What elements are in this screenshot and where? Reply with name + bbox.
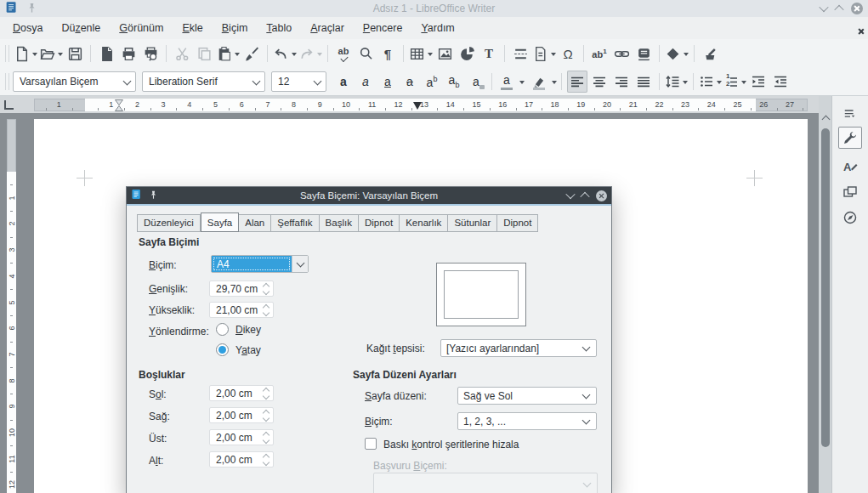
- increase-indent-button[interactable]: [748, 71, 769, 93]
- tab-dipnot-2[interactable]: Dipnot: [497, 214, 538, 232]
- spin-down-icon[interactable]: [263, 287, 269, 294]
- open-dropdown-icon[interactable]: [58, 53, 63, 59]
- insert-footnote-button[interactable]: ab1: [589, 42, 610, 65]
- spinner-arrows[interactable]: [259, 455, 273, 465]
- height-spinner[interactable]: 21,00 cm: [209, 302, 274, 318]
- margin-left-spinner[interactable]: 2,00 cm: [209, 385, 274, 401]
- clone-formatting-button[interactable]: [241, 42, 262, 65]
- formatting-marks-button[interactable]: ¶: [377, 42, 398, 65]
- reference-style-select[interactable]: [373, 473, 598, 493]
- font-color-dropdown-icon[interactable]: [519, 81, 525, 87]
- shapes-dropdown-icon[interactable]: [684, 53, 689, 59]
- menu-yardim[interactable]: Yardım: [411, 19, 463, 37]
- tab-seffaflik[interactable]: Şeffaflık: [271, 214, 319, 232]
- special-character-button[interactable]: Ω: [558, 42, 578, 65]
- scrollbar-thumb[interactable]: [821, 128, 830, 447]
- margin-right-spinner[interactable]: 2,00 cm: [209, 407, 274, 423]
- landscape-radio[interactable]: [216, 343, 229, 356]
- spin-down-icon[interactable]: [263, 414, 269, 421]
- basic-shapes-button[interactable]: [665, 42, 689, 65]
- margin-top-spinner[interactable]: 2,00 cm: [209, 429, 274, 445]
- minimize-icon[interactable]: [819, 3, 828, 12]
- table-dropdown-icon[interactable]: [428, 53, 433, 59]
- menu-tablo[interactable]: Tablo: [257, 19, 301, 37]
- highlight-color-button[interactable]: [530, 71, 548, 93]
- insert-table-button[interactable]: [409, 42, 433, 65]
- insert-page-break-button[interactable]: [510, 42, 530, 65]
- clear-formatting-button[interactable]: a: [466, 71, 486, 93]
- dialog-maximize-icon[interactable]: [580, 192, 589, 201]
- line-spacing-button[interactable]: [665, 71, 688, 93]
- show-draw-functions-button[interactable]: [700, 42, 720, 65]
- sidebar-navigator-button[interactable]: [838, 207, 862, 229]
- underline-button[interactable]: a: [377, 71, 398, 93]
- justify-button[interactable]: [633, 71, 654, 93]
- save-button[interactable]: [65, 42, 85, 65]
- sidebar-settings-button[interactable]: [838, 103, 862, 125]
- spelling-button[interactable]: ab: [333, 42, 354, 65]
- spinner-arrows[interactable]: [259, 433, 273, 443]
- menu-bicim[interactable]: Biçim: [213, 19, 258, 37]
- superscript-button[interactable]: ab: [422, 71, 442, 93]
- numbered-dropdown-icon[interactable]: [741, 81, 746, 87]
- cut-button[interactable]: [172, 42, 192, 65]
- sidebar-gallery-button[interactable]: [838, 181, 862, 203]
- font-color-button[interactable]: a: [497, 71, 516, 93]
- undo-button[interactable]: [273, 42, 297, 65]
- spinner-arrows[interactable]: [259, 411, 273, 421]
- undo-dropdown-icon[interactable]: [292, 53, 297, 59]
- font-size-select[interactable]: 12: [271, 71, 326, 92]
- strikethrough-button[interactable]: a: [400, 71, 420, 93]
- vertical-scrollbar[interactable]: [819, 96, 832, 493]
- decrease-indent-button[interactable]: [770, 71, 791, 93]
- numbered-list-button[interactable]: 12: [723, 71, 746, 93]
- subscript-button[interactable]: ab: [444, 71, 464, 93]
- bullet-dropdown-icon[interactable]: [717, 81, 722, 87]
- insert-hyperlink-button[interactable]: [611, 42, 632, 65]
- bold-button[interactable]: a: [333, 71, 354, 93]
- margin-bottom-spinner[interactable]: 2,00 cm: [209, 451, 274, 468]
- tab-kenarlik[interactable]: Kenarlık: [400, 214, 448, 232]
- sidebar-properties-button[interactable]: [838, 127, 862, 149]
- spinner-arrows[interactable]: [259, 284, 273, 294]
- align-right-button[interactable]: [611, 71, 632, 93]
- print-preview-button[interactable]: [140, 42, 161, 65]
- dialog-rollup-icon[interactable]: [565, 190, 575, 199]
- copy-button[interactable]: [194, 42, 214, 65]
- tab-sutunlar[interactable]: Sütunlar: [448, 214, 497, 232]
- paste-button[interactable]: [216, 42, 240, 65]
- scroll-up-icon[interactable]: [821, 116, 830, 124]
- redo-button[interactable]: [298, 42, 322, 65]
- align-center-button[interactable]: [589, 71, 610, 93]
- dialog-titlebar[interactable]: Sayfa Biçemi: Varsayılan Biçem: [127, 187, 611, 204]
- portrait-radio[interactable]: [216, 323, 229, 336]
- menu-duzenle[interactable]: Düzenle: [52, 19, 110, 37]
- spinner-arrows[interactable]: [259, 388, 273, 399]
- spin-down-icon[interactable]: [263, 436, 269, 443]
- menu-gorunum[interactable]: Görünüm: [110, 19, 173, 37]
- insert-image-button[interactable]: [434, 42, 455, 65]
- maximize-icon[interactable]: [834, 5, 843, 14]
- dialog-close-button[interactable]: [596, 190, 607, 201]
- print-button[interactable]: [118, 42, 139, 65]
- toolbar-drag-handle[interactable]: [5, 45, 9, 62]
- sidebar-styles-button[interactable]: A: [838, 156, 862, 178]
- width-spinner[interactable]: 29,70 cm: [209, 280, 274, 297]
- combo-dropdown-button[interactable]: [292, 256, 308, 272]
- toolbar-drag-handle[interactable]: [5, 73, 9, 90]
- tab-stop-selector-icon[interactable]: [4, 100, 14, 110]
- indent-marker[interactable]: [115, 99, 123, 114]
- page-layout-select[interactable]: Sağ ve Sol: [457, 387, 597, 405]
- insert-field-button[interactable]: [532, 42, 556, 65]
- spin-down-icon[interactable]: [263, 392, 269, 399]
- spin-down-icon[interactable]: [263, 458, 269, 465]
- paper-format-select[interactable]: A4: [211, 255, 309, 273]
- insert-chart-button[interactable]: [457, 42, 477, 65]
- italic-button[interactable]: a: [355, 71, 376, 93]
- menu-pencere[interactable]: Pencere: [354, 19, 412, 37]
- tab-baslik[interactable]: Başlık: [320, 214, 359, 232]
- find-replace-button[interactable]: [355, 42, 376, 65]
- bullet-list-button[interactable]: [699, 71, 722, 93]
- menu-dosya[interactable]: Dosya: [3, 19, 52, 37]
- align-left-button[interactable]: [567, 71, 587, 93]
